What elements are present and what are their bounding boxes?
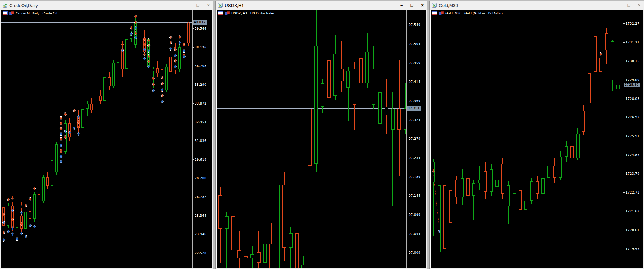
arrow-up-marker xyxy=(143,48,146,51)
candle-body xyxy=(547,166,550,178)
arrow-up-marker xyxy=(6,230,10,233)
arrow-up-marker xyxy=(68,131,72,134)
candle-body xyxy=(218,195,222,229)
price-axis[interactable]: 97.54997.50497.45997.41497.36997.32497.2… xyxy=(406,10,426,268)
candle-body xyxy=(449,190,452,223)
arrow-up-marker xyxy=(174,65,177,68)
candle-body xyxy=(519,190,522,210)
axis-tick-mark xyxy=(193,122,194,122)
axis-tick-mark xyxy=(193,216,194,216)
close-button[interactable]: × xyxy=(638,1,641,10)
candle-body xyxy=(152,69,154,71)
arrow-up-marker xyxy=(2,221,6,224)
axis-tick-mark xyxy=(407,234,408,234)
axis-tick-mark xyxy=(407,120,408,120)
axis-tick-mark xyxy=(623,230,625,230)
axis-tick-label: 23.946 xyxy=(195,232,206,236)
candle-body xyxy=(536,181,539,194)
candle-body xyxy=(257,252,261,263)
candle-body xyxy=(559,157,562,178)
axis-tick-mark xyxy=(407,82,408,82)
candle-wick xyxy=(239,231,240,268)
candle-body xyxy=(443,185,446,249)
arrow-down-marker xyxy=(59,116,63,120)
axis-tick-label: 1725.91 xyxy=(626,134,640,138)
arrow-up-marker xyxy=(178,41,181,45)
axis-tick-label: 1726.97 xyxy=(626,115,640,119)
close-button[interactable]: × xyxy=(207,1,210,10)
chart-symbol-label: CrudeOil, Daily: Crude Oil xyxy=(16,11,57,15)
axis-tick-label: 1723.79 xyxy=(626,172,640,176)
candle-body xyxy=(81,109,84,128)
chart-files-icon xyxy=(9,11,14,15)
current-price-label: 97.351 xyxy=(407,106,421,111)
candle-wick xyxy=(497,176,497,197)
axis-tick-label: 33.872 xyxy=(195,102,206,105)
price-axis[interactable]: 1732.271731.211730.151729.091728.031726.… xyxy=(623,10,643,268)
candle-body xyxy=(225,216,229,229)
axis-tick-label: 1719.55 xyxy=(626,247,640,251)
window-title: USDX,H1 xyxy=(225,3,244,8)
window-gold: Gold,M30 – □ × Gold, M30: Gold (Gold vs … xyxy=(429,1,644,269)
axis-tick-mark xyxy=(407,63,408,63)
arrow-down-marker xyxy=(64,135,67,139)
minimize-button[interactable]: – xyxy=(186,1,189,10)
candle-body xyxy=(478,180,481,183)
maximize-button[interactable]: □ xyxy=(196,1,199,10)
chart-plot[interactable]: CrudeOil, Daily: Crude Oil xyxy=(1,10,192,268)
arrow-up-marker xyxy=(11,209,14,212)
arrow-down-marker xyxy=(77,126,80,129)
arrow-up-marker xyxy=(77,132,80,136)
axis-tick-label: 1730.15 xyxy=(626,59,640,63)
titlebar-crudeoil[interactable]: CrudeOil,Daily – □ × xyxy=(0,1,213,10)
arrow-down-marker xyxy=(147,38,151,42)
price-axis[interactable]: 39.54438.12636.70835.29033.87232.45431.0… xyxy=(192,10,212,268)
arrow-up-marker xyxy=(152,89,155,92)
candle-body xyxy=(68,123,71,137)
axis-tick-label: 97.369 xyxy=(409,99,420,103)
arrow-up-marker xyxy=(59,132,63,136)
maximize-button[interactable]: □ xyxy=(410,1,413,10)
axis-tick-mark xyxy=(407,177,408,177)
chart-files-icon xyxy=(439,11,444,15)
arrow-down-marker xyxy=(28,197,32,201)
minimize-button[interactable]: – xyxy=(617,1,620,10)
minimize-button[interactable]: – xyxy=(400,1,403,10)
candle-body xyxy=(397,109,401,130)
arrow-up-marker xyxy=(11,226,14,230)
candle-body xyxy=(588,73,591,104)
candle-body xyxy=(501,164,504,194)
arrow-down-marker xyxy=(20,202,23,206)
arrow-down-marker xyxy=(169,36,173,39)
current-price-label: 1728.80 xyxy=(624,83,640,87)
arrow-down-marker xyxy=(178,35,181,39)
app-icon xyxy=(218,3,223,8)
axis-tick-label: 22.528 xyxy=(195,251,206,255)
chart-plot[interactable]: Gold, M30: Gold (Gold vs US Dollar) xyxy=(431,10,623,268)
candle-body xyxy=(51,160,53,186)
candle-body xyxy=(301,265,305,268)
candle-body xyxy=(282,185,286,248)
arrow-up-marker xyxy=(11,232,14,236)
candle-body xyxy=(346,71,350,88)
candle-body xyxy=(461,178,464,197)
axis-tick-mark xyxy=(623,192,625,193)
arrow-down-marker xyxy=(152,77,155,80)
titlebar-gold[interactable]: Gold,M30 – □ × xyxy=(430,1,644,10)
arrow-down-marker xyxy=(77,120,80,124)
axis-tick-label: 39.544 xyxy=(195,27,206,31)
axis-tick-mark xyxy=(193,234,194,234)
close-button[interactable]: × xyxy=(421,1,424,10)
axis-tick-label: 97.324 xyxy=(409,118,420,122)
axis-tick-label: 97.189 xyxy=(409,175,420,179)
arrow-down-marker xyxy=(59,149,63,152)
arrow-up-marker xyxy=(28,224,32,227)
candle-body xyxy=(611,41,614,80)
arrow-down-marker xyxy=(147,54,151,58)
arrow-up-marker xyxy=(160,100,164,103)
axis-tick-mark xyxy=(623,249,625,249)
chart-plot[interactable]: USDX, H1: US Dollar Index xyxy=(217,10,406,268)
titlebar-usdx[interactable]: USDX,H1 – □ × xyxy=(216,1,427,10)
axis-tick-mark xyxy=(623,174,625,174)
maximize-button[interactable]: □ xyxy=(627,1,630,10)
